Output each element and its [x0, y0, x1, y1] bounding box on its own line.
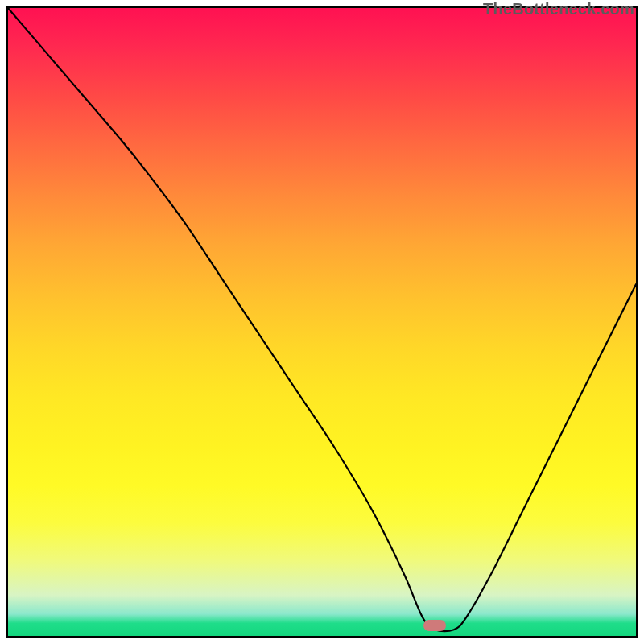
optimal-point-marker — [423, 620, 446, 631]
plot-area — [6, 6, 638, 638]
curve-svg — [8, 8, 636, 636]
bottleneck-chart: TheBottleneck.com — [0, 0, 644, 644]
watermark-text: TheBottleneck.com — [483, 0, 634, 19]
bottleneck-curve-line — [8, 8, 636, 631]
